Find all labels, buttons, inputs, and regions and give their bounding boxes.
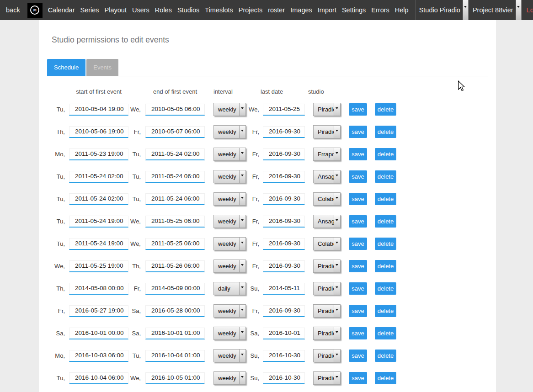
interval-select[interactable]: weekly — [213, 170, 246, 183]
save-button[interactable]: save — [349, 148, 367, 160]
last-date-input[interactable] — [263, 328, 305, 339]
tab-schedule[interactable]: Schedule — [47, 59, 85, 76]
nav-item-errors[interactable]: Errors — [371, 6, 389, 14]
end-datetime-input[interactable] — [145, 171, 205, 183]
last-date-input[interactable] — [263, 216, 305, 228]
delete-button[interactable]: delete — [375, 170, 396, 183]
interval-select[interactable]: weekly — [213, 192, 246, 206]
end-datetime-input[interactable] — [145, 193, 205, 205]
nav-item-roster[interactable]: roster — [268, 6, 285, 14]
interval-select[interactable]: weekly — [213, 371, 246, 385]
end-datetime-input[interactable] — [145, 260, 205, 272]
nav-item-timeslots[interactable]: Timeslots — [205, 6, 233, 14]
end-datetime-input[interactable] — [145, 283, 205, 295]
last-date-input[interactable] — [263, 148, 305, 160]
studio-select[interactable]: Ansage — [313, 215, 341, 228]
save-button[interactable]: save — [349, 126, 367, 138]
piradio-logo-icon[interactable]: PI — [27, 3, 43, 18]
delete-button[interactable]: delete — [375, 193, 396, 205]
last-date-input[interactable] — [263, 126, 305, 138]
delete-button[interactable]: delete — [375, 350, 396, 362]
last-date-input[interactable] — [263, 372, 305, 384]
start-datetime-input[interactable] — [69, 216, 128, 228]
tab-events[interactable]: Events — [86, 59, 118, 76]
studio-dropdown-button[interactable] — [463, 0, 469, 20]
start-datetime-input[interactable] — [69, 328, 128, 339]
last-date-input[interactable] — [263, 171, 305, 183]
end-datetime-input[interactable] — [145, 104, 205, 116]
interval-select[interactable]: weekly — [213, 125, 246, 138]
start-datetime-input[interactable] — [69, 283, 128, 295]
save-button[interactable]: save — [349, 305, 367, 317]
interval-select[interactable]: weekly — [213, 237, 246, 250]
start-datetime-input[interactable] — [69, 193, 128, 205]
studio-select[interactable]: Colabo — [313, 192, 341, 206]
save-button[interactable]: save — [349, 103, 367, 116]
studio-select[interactable]: Piradio — [313, 103, 341, 116]
studio-select[interactable]: Piradio — [313, 349, 341, 362]
end-datetime-input[interactable] — [145, 148, 205, 160]
end-datetime-input[interactable] — [145, 305, 205, 317]
interval-select[interactable]: weekly — [213, 103, 246, 116]
interval-select[interactable]: weekly — [213, 260, 246, 273]
interval-select[interactable]: weekly — [213, 349, 246, 362]
last-date-input[interactable] — [263, 305, 305, 317]
last-date-input[interactable] — [263, 350, 305, 362]
nav-item-help[interactable]: Help — [395, 6, 409, 14]
studio-select[interactable]: Piradio — [313, 125, 341, 138]
interval-select[interactable]: weekly — [213, 215, 246, 228]
nav-item-users[interactable]: Users — [132, 6, 149, 14]
delete-button[interactable]: delete — [375, 126, 396, 138]
save-button[interactable]: save — [349, 260, 367, 272]
end-datetime-input[interactable] — [145, 372, 205, 384]
delete-button[interactable]: delete — [375, 238, 396, 250]
start-datetime-input[interactable] — [69, 372, 128, 384]
start-datetime-input[interactable] — [69, 350, 128, 362]
nav-item-series[interactable]: Series — [80, 6, 99, 14]
studio-select[interactable]: Piradio — [313, 371, 341, 385]
delete-button[interactable]: delete — [375, 305, 396, 317]
end-datetime-input[interactable] — [145, 328, 205, 339]
end-datetime-input[interactable] — [145, 238, 205, 250]
last-date-input[interactable] — [263, 283, 305, 295]
save-button[interactable]: save — [349, 350, 367, 362]
save-button[interactable]: save — [349, 238, 367, 250]
nav-item-projects[interactable]: Projects — [239, 6, 262, 14]
logout-link[interactable]: Logout — [527, 6, 533, 14]
nav-item-settings[interactable]: Settings — [342, 6, 366, 14]
start-datetime-input[interactable] — [69, 171, 128, 183]
save-button[interactable]: save — [349, 215, 367, 228]
save-button[interactable]: save — [349, 372, 367, 384]
save-button[interactable]: save — [349, 327, 367, 339]
studio-select[interactable]: Frrapo — [313, 148, 341, 161]
nav-item-roles[interactable]: Roles — [155, 6, 172, 14]
studio-select[interactable]: Ansage — [313, 170, 341, 183]
start-datetime-input[interactable] — [69, 126, 128, 138]
delete-button[interactable]: delete — [375, 372, 396, 384]
start-datetime-input[interactable] — [69, 148, 128, 160]
delete-button[interactable]: delete — [375, 327, 396, 339]
delete-button[interactable]: delete — [375, 103, 396, 116]
interval-select[interactable]: weekly — [213, 304, 246, 318]
interval-select[interactable]: weekly — [213, 327, 246, 340]
studio-select[interactable]: Piradio — [313, 260, 341, 273]
last-date-input[interactable] — [263, 238, 305, 250]
project-dropdown-button[interactable] — [516, 0, 522, 20]
delete-button[interactable]: delete — [375, 148, 396, 160]
studio-select[interactable]: Piradio — [313, 327, 341, 340]
save-button[interactable]: save — [349, 282, 367, 295]
studio-select[interactable]: Piradio — [313, 282, 341, 295]
project-dropdown[interactable]: Project 88vier — [473, 6, 513, 14]
save-button[interactable]: save — [349, 193, 367, 205]
end-datetime-input[interactable] — [145, 126, 205, 138]
nav-item-import[interactable]: Import — [318, 6, 336, 14]
end-datetime-input[interactable] — [145, 216, 205, 228]
save-button[interactable]: save — [349, 170, 367, 183]
studio-select[interactable]: Piradio — [313, 304, 341, 318]
nav-item-calendar[interactable]: Calendar — [48, 6, 75, 14]
start-datetime-input[interactable] — [69, 238, 128, 250]
interval-select[interactable]: daily — [213, 282, 246, 295]
start-datetime-input[interactable] — [69, 104, 128, 116]
last-date-input[interactable] — [263, 193, 305, 205]
delete-button[interactable]: delete — [375, 215, 396, 228]
